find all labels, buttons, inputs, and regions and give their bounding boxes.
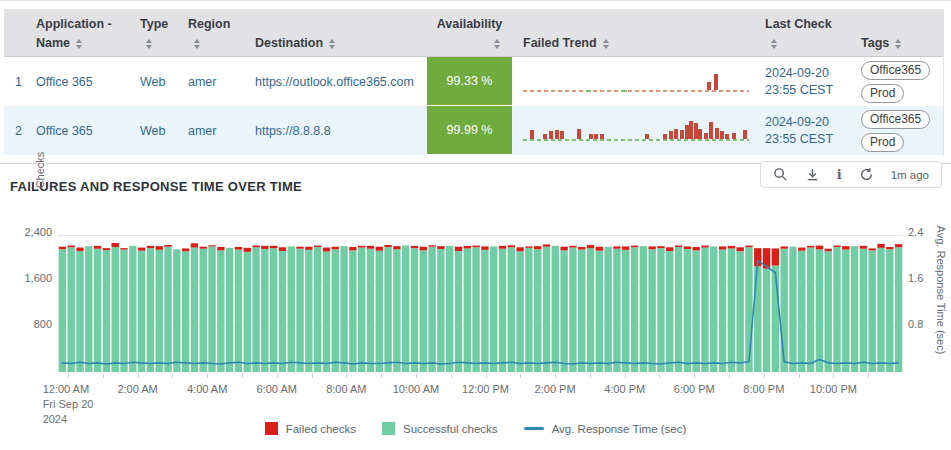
legend-item-response-time[interactable]: Avg. Response Time (sec): [524, 423, 687, 435]
region-cell[interactable]: amer: [188, 57, 255, 106]
header-label: Name: [36, 34, 70, 53]
last-check-date: 2024-09-20: [765, 114, 829, 131]
header-row-number: [4, 9, 36, 56]
y-tick-label: 2.4: [908, 226, 938, 238]
info-icon[interactable]: i: [837, 168, 842, 182]
x-tick-label: 4:00 PM: [604, 382, 645, 397]
applications-table: Application - Name Type Region Destinati…: [4, 9, 944, 155]
header-label: Availability: [427, 15, 512, 34]
sort-icon: [146, 39, 152, 49]
x-tick-label: 8:00 AM: [326, 382, 366, 397]
table-row[interactable]: 1 Office 365 Web amer https://outlook.of…: [4, 57, 943, 106]
last-check-time: 23:55 CEST: [765, 82, 833, 99]
row-number: 1: [4, 57, 36, 106]
table-row[interactable]: 2 Office 365 Web amer https://8.8.8.8 99…: [4, 106, 943, 155]
x-tick-label: 8:00 PM: [743, 382, 784, 397]
tag-pill[interactable]: Office365: [861, 61, 930, 80]
availability-badge: 99.33 %: [427, 57, 512, 106]
header-destination[interactable]: Destination: [255, 9, 427, 56]
legend-label: Successful checks: [403, 423, 498, 435]
tags-cell: Office365 Prod: [855, 106, 943, 155]
header-label: Region: [188, 15, 255, 34]
last-check-date: 2024-09-20: [765, 65, 829, 82]
failures-response-time-chart[interactable]: [58, 232, 903, 379]
header-region[interactable]: Region: [188, 9, 255, 56]
legend-item-failed[interactable]: Failed checks: [265, 422, 356, 435]
response-time-line-icon: [524, 427, 544, 430]
application-name-cell[interactable]: Office 365: [36, 106, 140, 155]
legend-label: Avg. Response Time (sec): [552, 423, 687, 435]
legend-label: Failed checks: [286, 423, 356, 435]
y-tick-label: 800: [12, 318, 52, 330]
chart-legend: Failed checks Successful checks Avg. Res…: [0, 422, 951, 435]
x-tick-label: 12:00 PM: [462, 382, 509, 397]
header-type[interactable]: Type: [140, 9, 188, 56]
row-number: 2: [4, 106, 36, 155]
header-label: Last Check: [765, 15, 855, 34]
y-tick-label: 0.8: [908, 318, 938, 330]
sort-icon: [895, 39, 901, 49]
tags-cell: Office365 Prod: [855, 57, 943, 106]
header-last-check[interactable]: Last Check: [760, 9, 855, 56]
application-name-cell[interactable]: Office 365: [36, 57, 140, 106]
legend-item-successful[interactable]: Successful checks: [382, 422, 498, 435]
download-icon[interactable]: [805, 167, 820, 182]
availability-badge: 99.99 %: [427, 106, 512, 155]
header-label: Destination: [255, 34, 323, 53]
sort-icon: [194, 39, 200, 49]
tag-pill[interactable]: Prod: [861, 84, 904, 103]
x-axis-labels: 12:00 AMFri Sep 2020242:00 AM4:00 AM6:00…: [58, 382, 903, 426]
x-tick-label: 12:00 AMFri Sep 202024: [43, 382, 94, 427]
last-check-cell: 2024-09-20 23:55 CEST: [760, 106, 855, 155]
header-failed-trend[interactable]: Failed Trend: [512, 9, 760, 56]
type-cell[interactable]: Web: [140, 57, 188, 106]
header-label: Tags: [861, 34, 889, 53]
failed-trend-sparkline: [523, 69, 749, 95]
chart-toolbar: i 1m ago: [760, 161, 942, 188]
region-cell[interactable]: amer: [188, 106, 255, 155]
failed-swatch-icon: [265, 422, 278, 435]
sort-icon: [76, 39, 82, 49]
failed-trend-cell: [512, 57, 760, 106]
last-check-cell: 2024-09-20 23:55 CEST: [760, 57, 855, 106]
refresh-age-label: 1m ago: [891, 169, 929, 181]
y-tick-label: 1.6: [908, 272, 938, 284]
x-tick-label: 10:00 PM: [810, 382, 857, 397]
x-tick-label: 6:00 AM: [257, 382, 297, 397]
x-tick-label: 6:00 PM: [674, 382, 715, 397]
refresh-icon[interactable]: [859, 167, 874, 182]
header-label: Type: [140, 15, 188, 34]
y-tick-label: 2,400: [12, 226, 52, 238]
type-cell[interactable]: Web: [140, 106, 188, 155]
chart-title: FAILURES AND RESPONSE TIME OVER TIME: [10, 179, 302, 194]
successful-swatch-icon: [382, 422, 395, 435]
header-label: Failed Trend: [523, 34, 597, 53]
y-tick-label: 1,600: [12, 272, 52, 284]
destination-cell[interactable]: https://outlook.office365.com: [255, 57, 427, 106]
tag-pill[interactable]: Office365: [861, 110, 930, 129]
failed-trend-cell: [512, 106, 760, 155]
sort-icon: [603, 39, 609, 49]
tag-pill[interactable]: Prod: [861, 133, 904, 152]
search-icon[interactable]: [773, 167, 788, 182]
failures-chart-panel: i 1m ago FAILURES AND RESPONSE TIME OVER…: [0, 164, 951, 450]
sort-icon: [494, 39, 500, 49]
destination-cell[interactable]: https://8.8.8.8: [255, 106, 427, 155]
header-tags[interactable]: Tags: [855, 9, 943, 56]
sort-icon: [771, 39, 777, 49]
header-label: Application -: [36, 15, 140, 34]
y-axis-label-left: Checks: [34, 130, 46, 210]
x-tick-label: 2:00 PM: [535, 382, 576, 397]
sort-icon: [329, 39, 335, 49]
header-application-name[interactable]: Application - Name: [36, 9, 140, 56]
x-tick-label: 2:00 AM: [117, 382, 157, 397]
header-availability[interactable]: Availability: [427, 9, 512, 56]
x-tick-label: 10:00 AM: [393, 382, 439, 397]
table-header-row: Application - Name Type Region Destinati…: [4, 9, 943, 57]
monitoring-dashboard: Application - Name Type Region Destinati…: [0, 0, 951, 450]
failed-trend-sparkline: [523, 118, 749, 144]
last-check-time: 23:55 CEST: [765, 131, 833, 148]
x-tick-label: 4:00 AM: [187, 382, 227, 397]
